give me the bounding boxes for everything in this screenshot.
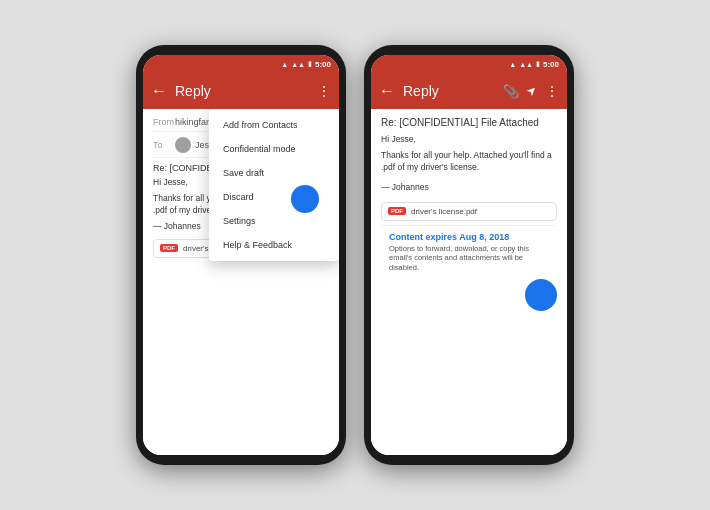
more-options-1[interactable]: ⋮ bbox=[317, 83, 331, 99]
confidential-text: Options to forward, download, or copy th… bbox=[389, 244, 549, 273]
attachment-2: PDF driver's license.pdf bbox=[381, 202, 557, 221]
phones-container: ▲ ▲▲ ▮ 5:00 ← Reply ⋮ From hikingfan@gma… bbox=[136, 45, 574, 465]
app-bar-1: ← Reply ⋮ bbox=[143, 73, 339, 109]
confidential-highlight bbox=[291, 185, 319, 213]
to-label: To bbox=[153, 140, 175, 150]
back-button-1[interactable]: ← bbox=[151, 82, 167, 100]
action-icons: 📎 ➤ ⋮ bbox=[503, 83, 559, 99]
phone-2: ▲ ▲▲ ▮ 5:00 ← Reply 📎 ➤ ⋮ Re: [CONFIDENT… bbox=[364, 45, 574, 465]
status-bar-2: ▲ ▲▲ ▮ 5:00 bbox=[371, 55, 567, 73]
confidential-banner: Content expires Aug 8, 2018 Options to f… bbox=[381, 225, 557, 279]
pdf-badge-2: PDF bbox=[388, 207, 406, 215]
email-subject-2: Re: [CONFIDENTIAL] File Attached bbox=[381, 117, 557, 128]
from-label: From bbox=[153, 117, 175, 127]
battery-icon-2: ▮ bbox=[536, 60, 540, 68]
wifi-icon: ▲ bbox=[281, 61, 288, 68]
menu-add-contacts[interactable]: Add from Contacts bbox=[209, 113, 339, 137]
more-options-2[interactable]: ⋮ bbox=[545, 83, 559, 99]
menu-discard[interactable]: Discard bbox=[209, 185, 339, 209]
time-display-2: 5:00 bbox=[543, 60, 559, 69]
attach-icon[interactable]: 📎 bbox=[503, 84, 519, 99]
phone-2-screen: ▲ ▲▲ ▮ 5:00 ← Reply 📎 ➤ ⋮ Re: [CONFIDENT… bbox=[371, 55, 567, 455]
menu-save-draft[interactable]: Save draft bbox=[209, 161, 339, 185]
signal-icon: ▲▲ bbox=[291, 61, 305, 68]
recipient-avatar bbox=[175, 137, 191, 153]
app-title-1: Reply bbox=[175, 83, 317, 99]
pdf-badge-1: PDF bbox=[160, 244, 178, 252]
status-icons-2: ▲ ▲▲ ▮ 5:00 bbox=[509, 60, 559, 69]
send-icon[interactable]: ➤ bbox=[524, 83, 541, 100]
phone-1-screen: ▲ ▲▲ ▮ 5:00 ← Reply ⋮ From hikingfan@gma… bbox=[143, 55, 339, 455]
dropdown-menu: Add from Contacts Confidential mode Save… bbox=[209, 109, 339, 261]
body-text-2: Thanks for all your help. Attached you'l… bbox=[381, 150, 557, 174]
signature-2: — Johannes bbox=[381, 182, 557, 194]
email-compose-area-1: From hikingfan@gma... To Jesse Slit... R… bbox=[143, 109, 339, 455]
wifi-icon-2: ▲ bbox=[509, 61, 516, 68]
status-bar-1: ▲ ▲▲ ▮ 5:00 bbox=[143, 55, 339, 73]
menu-confidential-mode[interactable]: Confidential mode bbox=[209, 137, 339, 161]
time-display: 5:00 bbox=[315, 60, 331, 69]
menu-help-feedback[interactable]: Help & Feedback bbox=[209, 233, 339, 257]
attachment-name-2: driver's license.pdf bbox=[411, 207, 477, 216]
app-title-2: Reply bbox=[403, 83, 503, 99]
app-bar-2: ← Reply 📎 ➤ ⋮ bbox=[371, 73, 567, 109]
fab-button[interactable] bbox=[525, 279, 557, 311]
email-compose-area-2: Re: [CONFIDENTIAL] File Attached Hi Jess… bbox=[371, 109, 567, 455]
greeting-2: Hi Jesse, bbox=[381, 134, 557, 146]
signal-icon-2: ▲▲ bbox=[519, 61, 533, 68]
back-button-2[interactable]: ← bbox=[379, 82, 395, 100]
menu-settings[interactable]: Settings bbox=[209, 209, 339, 233]
menu-item-label: Confidential mode bbox=[223, 144, 296, 154]
email-body-2: Hi Jesse, Thanks for all your help. Atta… bbox=[381, 134, 557, 194]
confidential-title: Content expires Aug 8, 2018 bbox=[389, 232, 549, 242]
battery-icon: ▮ bbox=[308, 60, 312, 68]
status-icons-1: ▲ ▲▲ ▮ 5:00 bbox=[281, 60, 331, 69]
phone-1: ▲ ▲▲ ▮ 5:00 ← Reply ⋮ From hikingfan@gma… bbox=[136, 45, 346, 465]
